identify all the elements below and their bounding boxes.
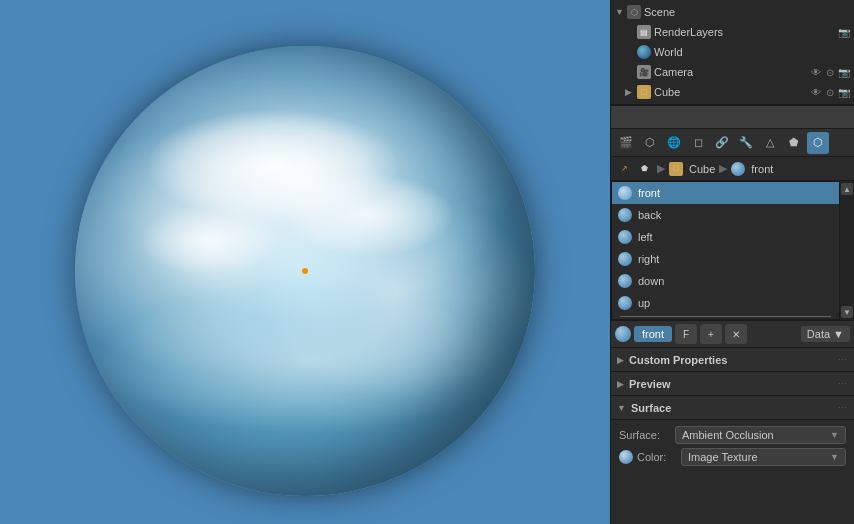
camera-icon: 🎥 xyxy=(637,65,651,79)
cube-eye-icon: 👁 xyxy=(810,86,822,98)
object-prop-icon[interactable]: ◻ xyxy=(687,132,709,154)
scene-tree-item-world[interactable]: ▶ World xyxy=(611,42,854,62)
color-value-dropdown[interactable]: Image Texture ▼ xyxy=(681,448,846,466)
scroll-up-btn[interactable]: ▲ xyxy=(841,183,853,195)
material-prop-icon[interactable]: ⬟ xyxy=(783,132,805,154)
sphere xyxy=(75,46,535,496)
preview-section[interactable]: ▶ Preview ··· xyxy=(611,372,854,396)
data-prop-icon[interactable]: △ xyxy=(759,132,781,154)
bc-cube-label[interactable]: Cube xyxy=(689,163,715,175)
data-dropdown[interactable]: Data ▼ xyxy=(801,326,850,342)
camera-eye-icon: 👁 xyxy=(810,66,822,78)
search-bar xyxy=(611,105,854,129)
face-active-name[interactable]: front xyxy=(634,326,672,342)
constraints-prop-icon[interactable]: 🔗 xyxy=(711,132,733,154)
face-item-left[interactable]: left xyxy=(612,226,839,248)
bc-cube-icon: □ xyxy=(669,162,683,176)
world-prop-icon[interactable]: 🌐 xyxy=(663,132,685,154)
sphere-container xyxy=(75,46,535,496)
custom-props-arrow: ▶ xyxy=(617,355,624,365)
bc-sphere-icon xyxy=(731,162,745,176)
face-label-right: right xyxy=(638,253,659,265)
viewport[interactable] xyxy=(0,0,610,524)
face-item-up[interactable]: up xyxy=(612,292,839,314)
surface-label: Surface: xyxy=(619,429,671,441)
list-separator xyxy=(620,316,831,317)
preview-dots: ··· xyxy=(838,379,848,388)
scene-arrow: ▼ xyxy=(615,7,625,17)
cube-render-icon: 📷 xyxy=(838,86,850,98)
viewport-background xyxy=(0,0,610,524)
face-item-down[interactable]: down xyxy=(612,270,839,292)
cube-icons: 👁 ⊙ 📷 xyxy=(810,86,850,98)
center-dot xyxy=(302,268,308,274)
renderlayers-icons: 📷 xyxy=(838,26,850,38)
face-item-front[interactable]: front xyxy=(612,182,839,204)
scene-tree-item-renderlayers[interactable]: ▶ ▤ RenderLayers 📷 xyxy=(611,22,854,42)
scene-tree-item-camera[interactable]: ▶ 🎥 Camera 👁 ⊙ 📷 xyxy=(611,62,854,82)
texture-prop-icon[interactable]: ⬡ xyxy=(807,132,829,154)
properties-toolbar: 🎬 ⬡ 🌐 ◻ 🔗 🔧 △ ⬟ ⬡ xyxy=(611,129,854,157)
color-prop-icon xyxy=(619,450,633,464)
surface-content: Surface: Ambient Occlusion ▼ Color: Imag… xyxy=(611,420,854,472)
camera-icons: 👁 ⊙ 📷 xyxy=(810,66,850,78)
renderlayers-camera-icon: 📷 xyxy=(838,26,850,38)
scene-tree-item-scene[interactable]: ▼ ⬡ Scene xyxy=(611,2,854,22)
scene-prop-icon[interactable]: ⬡ xyxy=(639,132,661,154)
surface-section-header[interactable]: ▼ Surface ··· xyxy=(611,396,854,420)
scene-tree-item-cube[interactable]: ▶ □ Cube 👁 ⊙ 📷 xyxy=(611,82,854,102)
bc-sep2: ▶ xyxy=(719,162,727,175)
face-label-left: left xyxy=(638,231,653,243)
cube-restrict-icon: ⊙ xyxy=(824,86,836,98)
bc-front-label[interactable]: front xyxy=(751,163,773,175)
scene-icon: ⬡ xyxy=(627,5,641,19)
scroll-down-btn[interactable]: ▼ xyxy=(841,306,853,318)
face-label-back: back xyxy=(638,209,661,221)
face-list-scrollbar[interactable]: ▲ ▼ xyxy=(840,181,854,320)
breadcrumb: ↗ ⬟ ▶ □ Cube ▶ front xyxy=(611,157,854,181)
world-icon xyxy=(637,45,651,59)
face-footer-sphere-icon xyxy=(615,326,631,342)
surface-value: Ambient Occlusion xyxy=(682,429,774,441)
face-list: front back left right down up xyxy=(611,181,840,320)
modifier-prop-icon[interactable]: 🔧 xyxy=(735,132,757,154)
surface-dropdown-arrow: ▼ xyxy=(830,430,839,440)
custom-props-title: Custom Properties xyxy=(629,354,727,366)
face-dot-right xyxy=(618,252,632,266)
cube-arrow: ▶ xyxy=(625,87,635,97)
render-prop-icon[interactable]: 🎬 xyxy=(615,132,637,154)
face-list-container: front back left right down up xyxy=(611,181,854,320)
cube-label: Cube xyxy=(654,86,810,98)
face-plus-btn[interactable]: + xyxy=(700,324,722,344)
surface-value-dropdown[interactable]: Ambient Occlusion ▼ xyxy=(675,426,846,444)
renderlayers-label: RenderLayers xyxy=(654,26,838,38)
camera-render-icon: 📷 xyxy=(838,66,850,78)
face-f-btn[interactable]: F xyxy=(675,324,697,344)
face-footer-toolbar: front F + ✕ Data ▼ xyxy=(611,320,854,348)
face-dot-left xyxy=(618,230,632,244)
face-label-up: up xyxy=(638,297,650,309)
surface-prop-row: Surface: Ambient Occlusion ▼ xyxy=(611,424,854,446)
surface-title: Surface xyxy=(631,402,671,414)
surface-dots: ··· xyxy=(838,403,848,412)
color-value: Image Texture xyxy=(688,451,758,463)
data-dropdown-arrow: ▼ xyxy=(833,328,844,340)
color-prop-row: Color: Image Texture ▼ xyxy=(611,446,854,468)
scene-label: Scene xyxy=(644,6,850,18)
face-item-back[interactable]: back xyxy=(612,204,839,226)
face-item-right[interactable]: right xyxy=(612,248,839,270)
world-label: World xyxy=(654,46,850,58)
bc-sep1: ▶ xyxy=(657,162,665,175)
color-dropdown-arrow: ▼ xyxy=(830,452,839,462)
face-dot-up xyxy=(618,296,632,310)
face-label-down: down xyxy=(638,275,664,287)
search-input[interactable] xyxy=(617,111,848,123)
custom-props-dots: ··· xyxy=(838,355,848,364)
custom-properties-section[interactable]: ▶ Custom Properties ··· xyxy=(611,348,854,372)
preview-arrow: ▶ xyxy=(617,379,624,389)
scene-tree: ▼ ⬡ Scene ▶ ▤ RenderLayers 📷 ▶ World ▶ 🎥… xyxy=(611,0,854,105)
surface-arrow: ▼ xyxy=(617,403,626,413)
face-x-btn[interactable]: ✕ xyxy=(725,324,747,344)
bc-mesh-icon: ⬟ xyxy=(637,162,651,176)
face-dot-front xyxy=(618,186,632,200)
